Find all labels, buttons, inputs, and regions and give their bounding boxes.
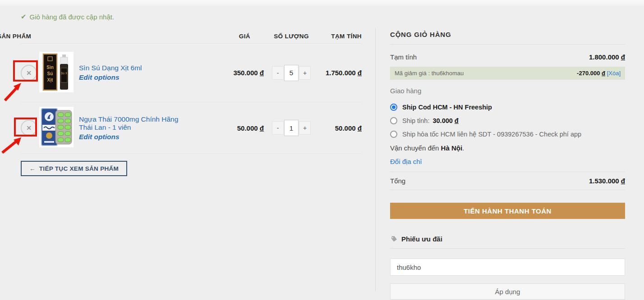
- radio-icon[interactable]: [390, 131, 397, 138]
- cart-totals-panel: CỘNG GIỎ HÀNG Tạm tính 1.800.000 đ Mã gi…: [390, 28, 625, 300]
- total-row: Tổng 1.530.000 đ: [390, 172, 625, 190]
- radio-icon[interactable]: [390, 117, 397, 124]
- edit-options-link[interactable]: Edit options: [79, 73, 185, 82]
- currency-symbol: đ: [358, 69, 362, 77]
- cart-table-header: SẢN PHẨM GIÁ SỐ LƯỢNG TẠM TÍNH: [21, 29, 362, 44]
- subtotal-value: 1.800.000 đ: [589, 53, 625, 61]
- shipping-price: 30.000 đ: [432, 117, 458, 124]
- header-subtotal: TẠM TÍNH: [319, 33, 362, 40]
- cart-row-sin-su: ✕ Sìn Sú Xịt Sú X Sì: [21, 44, 362, 102]
- header-price: GIÁ: [185, 33, 264, 40]
- destination-city: Hà Nội: [441, 144, 463, 152]
- quantity-increase-button[interactable]: +: [299, 66, 311, 80]
- column-divider: [375, 28, 376, 291]
- annotation-arrow-icon: [2, 77, 25, 103]
- product-link-ngua-thai[interactable]: Ngựa Thái 7000mg Chính Hãng Thái Lan - 1…: [79, 115, 178, 131]
- subtotal-cell: 50.000 đ: [319, 124, 362, 132]
- product-image-ngua-thai[interactable]: [39, 107, 74, 147]
- currency-symbol: đ: [602, 70, 605, 77]
- quantity-increase-button[interactable]: +: [299, 121, 311, 135]
- edit-options-link[interactable]: Edit options: [79, 133, 185, 141]
- cart-table: SẢN PHẨM GIÁ SỐ LƯỢNG TẠM TÍNH ✕ Sìn Sú: [21, 29, 362, 154]
- radio-selected-icon[interactable]: [390, 104, 397, 111]
- product-link-sin-su[interactable]: Sìn Sú Dạng Xịt 6ml: [79, 64, 142, 72]
- tag-icon: [390, 236, 397, 243]
- apply-coupon-button[interactable]: Áp dụng: [390, 283, 625, 300]
- currency-symbol: đ: [260, 69, 264, 77]
- quantity-decrease-button[interactable]: -: [272, 66, 284, 80]
- quantity-stepper: - +: [264, 65, 319, 81]
- cart-updated-text: Giỏ hàng đã được cập nhật.: [30, 13, 115, 21]
- shipping-options: Ship Cod HCM - HN Freeship Ship tỉnh: 30…: [390, 100, 625, 141]
- product-image-sin-su[interactable]: Sìn Sú Xịt Sú X: [39, 52, 74, 92]
- currency-symbol: đ: [260, 124, 264, 132]
- remove-coupon-link[interactable]: [Xóa]: [607, 70, 621, 77]
- top-gradient: [0, 0, 644, 6]
- price-cell: 350.000 đ: [185, 69, 264, 77]
- subtotal-cell: 1.750.000 đ: [319, 69, 362, 77]
- annotation-arrow-icon: [0, 133, 25, 155]
- subtotal-row: Tạm tính 1.800.000 đ: [390, 53, 625, 61]
- coupon-section-heading: Phiếu ưu đãi: [390, 235, 625, 249]
- total-label: Tổng: [390, 177, 405, 185]
- price-cell: 50.000 đ: [185, 124, 264, 132]
- discount-label: Mã giảm giá : thu6khomau: [395, 70, 464, 77]
- subtotal-label: Tạm tính: [390, 53, 417, 61]
- quantity-input[interactable]: [284, 65, 299, 81]
- quantity-input[interactable]: [284, 120, 299, 136]
- quantity-decrease-button[interactable]: -: [272, 121, 284, 135]
- currency-symbol: đ: [621, 177, 625, 185]
- quantity-stepper: - +: [264, 120, 319, 136]
- currency-symbol: đ: [621, 53, 625, 61]
- cart-section: ✔ Giỏ hàng đã được cập nhật. SẢN PHẨM GI…: [21, 13, 362, 176]
- checkout-button[interactable]: TIẾN HÀNH THANH TOÁN: [390, 203, 625, 219]
- currency-symbol: đ: [455, 117, 459, 124]
- svg-text:Xịt: Xịt: [47, 77, 53, 83]
- discount-value: -270.000 đ [Xóa]: [577, 70, 621, 77]
- coupon-code-input[interactable]: [390, 259, 625, 276]
- cart-totals-heading: CỘNG GIỎ HÀNG: [390, 28, 625, 45]
- shipping-option-cod-freeship[interactable]: Ship Cod HCM - HN Freeship: [390, 100, 625, 114]
- cart-updated-notice: ✔ Giỏ hàng đã được cập nhật.: [21, 13, 362, 21]
- change-address-link[interactable]: Đổi địa chỉ: [390, 158, 422, 165]
- divider: [390, 190, 625, 190]
- total-value: 1.530.000 đ: [589, 177, 625, 185]
- continue-shopping-label: TIẾP TỤC XEM SẢN PHẨM: [39, 165, 119, 172]
- svg-text:Sìn: Sìn: [46, 65, 54, 70]
- svg-text:Sú X: Sú X: [61, 72, 68, 75]
- shipping-label: Giao hàng: [390, 87, 625, 95]
- cart-row-ngua-thai: ✕: [21, 102, 362, 154]
- coupon-heading-text: Phiếu ưu đãi: [401, 235, 442, 243]
- shipping-option-hoa-toc[interactable]: Ship hỏa tốc HCM liên hệ SDT - 093926753…: [390, 127, 625, 141]
- svg-text:Sú: Sú: [47, 71, 53, 76]
- header-quantity: SỐ LƯỢNG: [264, 33, 319, 40]
- currency-symbol: đ: [358, 124, 362, 132]
- check-icon: ✔: [21, 13, 27, 21]
- shipping-destination: Vận chuyển đến Hà Nội.: [390, 144, 625, 152]
- discount-row: Mã giảm giá : thu6khomau -270.000 đ [Xóa…: [390, 67, 625, 80]
- shipping-option-ship-tinh[interactable]: Ship tỉnh: 30.000 đ: [390, 114, 625, 127]
- continue-shopping-button[interactable]: ← TIẾP TỤC XEM SẢN PHẨM: [21, 161, 127, 176]
- header-product: SẢN PHẨM: [0, 33, 79, 40]
- arrow-left-icon: ←: [29, 165, 36, 172]
